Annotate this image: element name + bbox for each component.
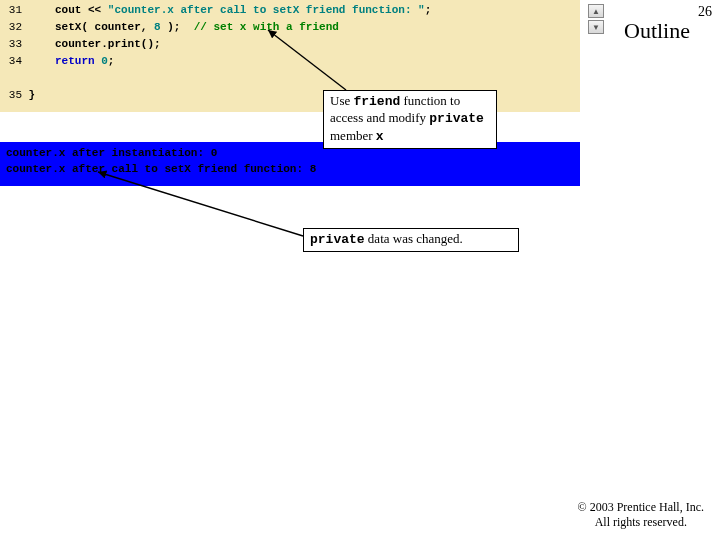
- output-line: counter.x after call to setX friend func…: [6, 163, 316, 175]
- code-text: cout <<: [22, 4, 108, 16]
- callout-text: Use: [330, 93, 353, 108]
- code-text: );: [161, 21, 194, 33]
- copyright: © 2003 Prentice Hall, Inc. All rights re…: [578, 500, 704, 530]
- callout-private-changed: private data was changed.: [303, 228, 519, 252]
- code-line-33: 33 counter.print();: [0, 36, 580, 53]
- code-text: }: [22, 89, 35, 101]
- code-keyword: return: [55, 55, 95, 67]
- chevron-up-icon: ▲: [592, 7, 600, 16]
- page-number: 26: [698, 4, 712, 20]
- code-line-31: 31 cout << "counter.x after call to setX…: [0, 2, 580, 19]
- code-number: 0: [101, 55, 108, 67]
- line-number: 31: [0, 2, 22, 19]
- line-number: 34: [0, 53, 22, 70]
- line-number: 33: [0, 36, 22, 53]
- line-number: 35: [0, 87, 22, 104]
- code-text: counter.print();: [22, 38, 161, 50]
- nav-down-button[interactable]: ▼: [588, 20, 604, 34]
- code-comment: // set x with a friend: [194, 21, 339, 33]
- outline-title: Outline: [624, 18, 690, 44]
- code-line-34: 34 return 0;: [0, 53, 580, 70]
- code-text: ;: [425, 4, 432, 16]
- code-line-blank: [0, 70, 580, 87]
- nav-up-button[interactable]: ▲: [588, 4, 604, 18]
- code-text: setX( counter,: [22, 21, 154, 33]
- copyright-line: All rights reserved.: [578, 515, 704, 530]
- chevron-down-icon: ▼: [592, 23, 600, 32]
- copyright-line: © 2003 Prentice Hall, Inc.: [578, 500, 704, 515]
- callout-text: member: [330, 128, 376, 143]
- line-number: 32: [0, 19, 22, 36]
- callout-code: private: [429, 111, 484, 126]
- callout-code: x: [376, 129, 384, 144]
- code-line-32: 32 setX( counter, 8 ); // set x with a f…: [0, 19, 580, 36]
- callout-code: friend: [353, 94, 400, 109]
- callout-text: data was changed.: [365, 231, 463, 246]
- code-string: "counter.x after call to setX friend fun…: [108, 4, 425, 16]
- code-text: ;: [108, 55, 115, 67]
- code-number: 8: [154, 21, 161, 33]
- output-line: counter.x after instantiation: 0: [6, 147, 217, 159]
- callout-code: private: [310, 232, 365, 247]
- callout-friend-function: Use friend function to access and modify…: [323, 90, 497, 149]
